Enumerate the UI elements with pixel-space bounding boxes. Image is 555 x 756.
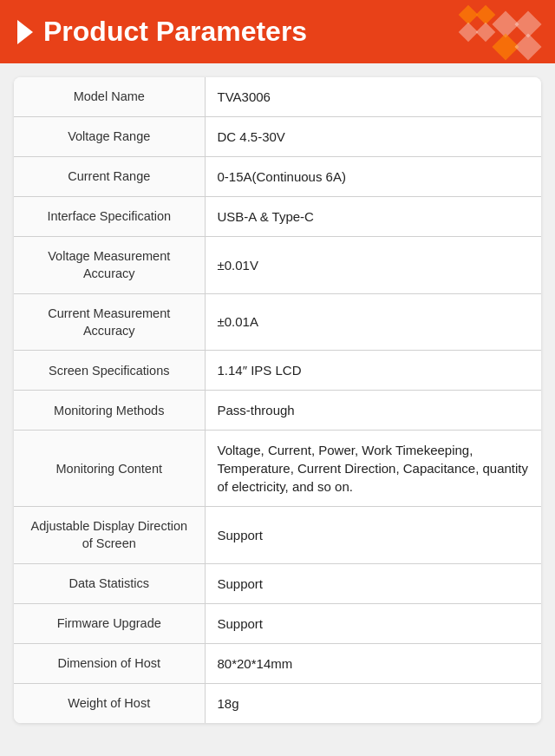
table-row: Model NameTVA3006 [14,77,541,117]
table-row: Voltage Measurement Accuracy±0.01V [14,237,541,294]
parameter-label: Data Statistics [14,563,205,603]
page-header: Product Parameters [0,0,555,63]
parameter-label: Voltage Range [14,117,205,157]
table-row: Voltage RangeDC 4.5-30V [14,117,541,157]
parameter-value: 80*20*14mm [205,643,541,683]
parameter-value: ±0.01A [205,293,541,351]
parameter-value: Voltage, Current, Power, Work Timekeepin… [205,431,541,507]
parameter-value: Pass-through [205,391,541,431]
table-row: Current Measurement Accuracy±0.01A [14,293,541,351]
table-row: Weight of Host18g [14,683,541,723]
parameter-label: Interface Specification [14,197,205,237]
parameter-value: 1.14″ IPS LCD [205,351,541,391]
parameter-label: Current Range [14,157,205,197]
table-row: Monitoring ContentVoltage, Current, Powe… [14,431,541,507]
parameter-label: Dimension of Host [14,643,205,683]
parameter-value: ±0.01V [205,237,541,294]
parameter-label: Monitoring Methods [14,391,205,431]
diamond-icon [476,4,496,24]
table-row: Interface SpecificationUSB-A & Type-C [14,197,541,237]
parameter-value: Support [205,507,541,564]
parameter-label: Monitoring Content [14,431,205,507]
parameters-table: Model NameTVA3006Voltage RangeDC 4.5-30V… [14,77,541,723]
parameter-label: Current Measurement Accuracy [14,293,205,351]
parameter-value: USB-A & Type-C [205,197,541,237]
table-row: Adjustable Display Direction of ScreenSu… [14,507,541,564]
header-triangle-icon [17,20,33,44]
page-title: Product Parameters [43,16,307,48]
table-row: Current Range0-15A(Continuous 6A) [14,157,541,197]
parameter-label: Firmware Upgrade [14,603,205,643]
parameter-label: Adjustable Display Direction of Screen [14,507,205,564]
parameter-value: TVA3006 [205,77,541,117]
header-decoration [461,8,538,56]
parameter-value: DC 4.5-30V [205,117,541,157]
parameter-label: Model Name [14,77,205,117]
table-row: Firmware UpgradeSupport [14,603,541,643]
parameter-value: Support [205,563,541,603]
parameter-label: Weight of Host [14,683,205,723]
product-parameters-card: Model NameTVA3006Voltage RangeDC 4.5-30V… [14,77,541,723]
parameter-label: Voltage Measurement Accuracy [14,237,205,294]
table-row: Data StatisticsSupport [14,563,541,603]
parameter-value: 0-15A(Continuous 6A) [205,157,541,197]
parameter-value: Support [205,603,541,643]
table-row: Monitoring MethodsPass-through [14,391,541,431]
table-row: Dimension of Host80*20*14mm [14,643,541,683]
parameter-label: Screen Specifications [14,351,205,391]
diamond-icon [514,33,541,60]
table-row: Screen Specifications1.14″ IPS LCD [14,351,541,391]
parameter-value: 18g [205,683,541,723]
